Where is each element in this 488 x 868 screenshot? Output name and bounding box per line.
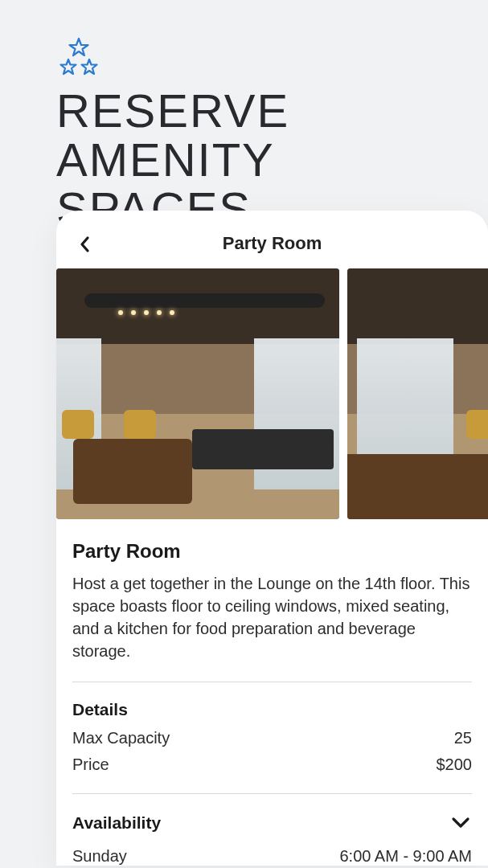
page-title-line1: RESERVE AMENITY <box>56 84 289 186</box>
card-title: Party Room <box>76 233 469 254</box>
divider <box>72 682 472 682</box>
chevron-left-icon <box>78 235 92 253</box>
gallery-image[interactable] <box>347 268 488 519</box>
availability-heading: Availability <box>72 813 161 833</box>
stars-cluster-icon <box>58 37 100 82</box>
room-description: Host a get together in the Lounge on the… <box>72 572 472 662</box>
gallery-image[interactable] <box>56 268 339 519</box>
availability-toggle[interactable] <box>449 812 472 834</box>
availability-header[interactable]: Availability <box>72 812 472 834</box>
detail-row: Max Capacity 25 <box>72 729 472 747</box>
detail-label: Price <box>72 755 109 774</box>
detail-value: 25 <box>454 729 472 747</box>
amenity-card: Party Room Party Room <box>56 211 488 866</box>
availability-row: Sunday 6:00 AM - 9:00 AM <box>72 847 472 866</box>
detail-value: $200 <box>437 755 473 774</box>
chevron-down-icon <box>451 817 470 829</box>
room-name: Party Room <box>72 540 472 563</box>
image-gallery[interactable] <box>56 268 488 519</box>
card-header: Party Room <box>56 211 488 268</box>
availability-hours: 6:00 AM - 9:00 AM <box>339 847 472 866</box>
availability-day: Sunday <box>72 847 127 866</box>
page: RESERVE AMENITY SPACES Party Room <box>0 0 488 868</box>
divider <box>72 793 472 794</box>
details-heading: Details <box>72 700 472 719</box>
back-button[interactable] <box>72 231 98 257</box>
card-body: Party Room Host a get together in the Lo… <box>56 519 488 866</box>
detail-row: Price $200 <box>72 755 472 774</box>
detail-label: Max Capacity <box>72 729 170 747</box>
